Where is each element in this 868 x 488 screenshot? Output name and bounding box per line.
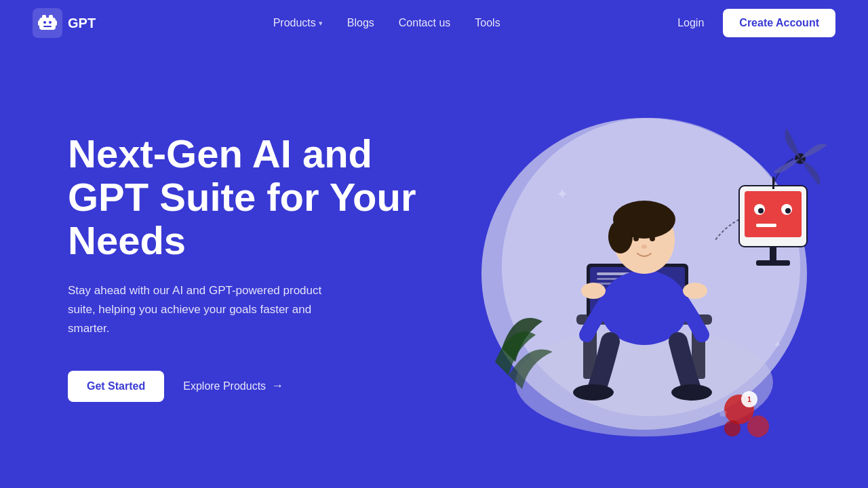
- svg-text:1: 1: [747, 396, 751, 403]
- svg-text:✦: ✦: [556, 186, 568, 203]
- create-account-button[interactable]: Create Account: [723, 9, 835, 37]
- svg-text:⬟: ⬟: [719, 407, 727, 418]
- nav-blogs-link[interactable]: Blogs: [347, 17, 374, 28]
- hero-subtitle: Stay ahead with our AI and GPT-powered p…: [68, 281, 339, 338]
- login-link[interactable]: Login: [677, 17, 704, 29]
- svg-point-25: [633, 236, 639, 241]
- svg-text:✦: ✦: [773, 339, 782, 350]
- nav-products-label: Products: [273, 17, 316, 29]
- get-started-button[interactable]: Get Started: [68, 371, 164, 402]
- svg-rect-8: [43, 26, 52, 27]
- svg-rect-4: [38, 20, 41, 26]
- hero-title: Next-Gen AI and GPT Suite for Your Needs: [68, 132, 448, 262]
- arrow-right-icon: →: [271, 379, 283, 393]
- svg-rect-33: [745, 191, 802, 237]
- logo-text: GPT: [68, 16, 96, 31]
- svg-point-31: [671, 384, 712, 401]
- hero-illustration: 1 ✦ ✦ ⬟: [448, 91, 827, 443]
- svg-rect-3: [49, 15, 53, 20]
- nav-links: Products ▾ Blogs Contact us Tools: [273, 17, 500, 29]
- svg-rect-2: [42, 15, 46, 20]
- nav-right: Login Create Account: [677, 9, 835, 37]
- svg-rect-1: [39, 18, 56, 30]
- svg-rect-40: [756, 224, 776, 227]
- svg-point-45: [747, 415, 769, 437]
- logo-link[interactable]: GPT: [33, 8, 96, 38]
- explore-products-link[interactable]: Explore Products →: [183, 379, 283, 393]
- svg-point-28: [581, 283, 606, 299]
- chevron-down-icon: ▾: [319, 19, 323, 28]
- hero-actions: Get Started Explore Products →: [68, 371, 448, 402]
- svg-point-24: [608, 220, 633, 253]
- svg-point-46: [724, 420, 741, 436]
- illustration-svg: 1 ✦ ✦ ⬟: [448, 91, 827, 443]
- hero-content: Next-Gen AI and GPT Suite for Your Needs…: [68, 132, 448, 402]
- explore-products-label: Explore Products: [183, 380, 266, 392]
- nav-contact-label: Contact us: [399, 17, 450, 28]
- logo-icon: [33, 8, 62, 38]
- navbar: GPT Products ▾ Blogs Contact us Tools Lo…: [0, 0, 868, 46]
- svg-point-6: [43, 21, 46, 24]
- svg-point-27: [642, 245, 647, 249]
- nav-blogs-label: Blogs: [347, 17, 374, 28]
- svg-rect-5: [54, 20, 57, 26]
- svg-point-30: [573, 384, 614, 401]
- svg-point-26: [650, 236, 655, 241]
- hero-section: Next-Gen AI and GPT Suite for Your Needs…: [0, 46, 868, 488]
- svg-point-39: [785, 208, 791, 214]
- svg-point-38: [758, 208, 764, 214]
- svg-point-29: [683, 283, 707, 299]
- svg-point-7: [49, 21, 52, 24]
- nav-tools-link[interactable]: Tools: [475, 17, 500, 28]
- nav-tools-label: Tools: [475, 17, 500, 28]
- svg-rect-35: [756, 260, 790, 266]
- nav-contact-link[interactable]: Contact us: [399, 17, 450, 28]
- nav-products-link[interactable]: Products ▾: [273, 17, 323, 29]
